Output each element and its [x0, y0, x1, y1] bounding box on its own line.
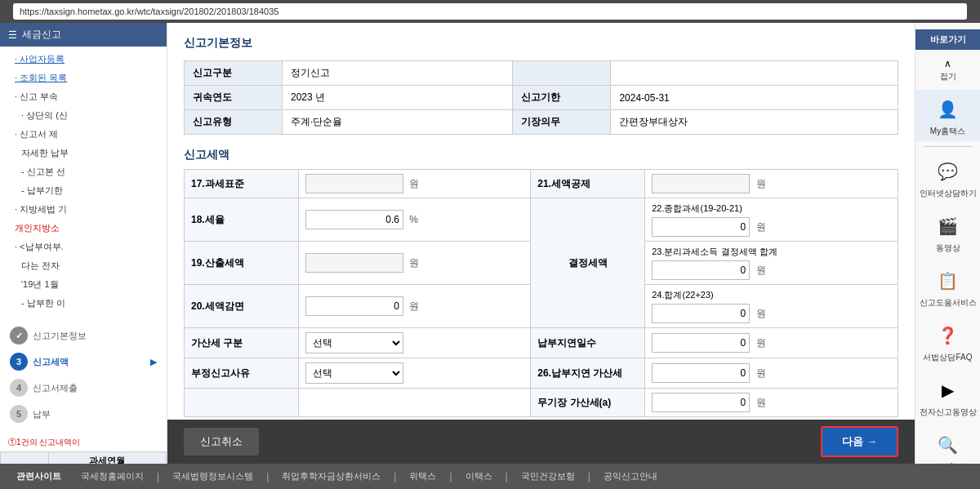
f18-label: 18.세율 — [185, 198, 299, 242]
app-container: https://taxsign.hometax.go.kr/wtc/taxsig… — [0, 0, 980, 489]
table-header-1: 과세연월 — [48, 452, 166, 465]
footer-link-4[interactable]: 위택스 — [409, 470, 436, 482]
f22-cell: 22.종합과세(19-20-21) 원 — [645, 198, 898, 242]
step-5[interactable]: 5 납부 — [7, 401, 160, 427]
step-4[interactable]: 4 신고서제출 — [7, 375, 160, 401]
napbu-unit: 원 — [756, 337, 766, 349]
my-hometax-icon: 👤 — [933, 95, 963, 124]
sidebar-item-my-hometax[interactable]: 👤 My홈택스 — [915, 90, 980, 141]
footer-link-2[interactable]: 국세법령정보시스템 — [172, 470, 253, 482]
divider-1 — [924, 146, 973, 147]
url-bar: https://taxsign.hometax.go.kr/wtc/taxsig… — [13, 3, 967, 20]
footer-link-1[interactable]: 국세청홈페이지 — [81, 470, 144, 482]
sidebar-item-video[interactable]: 🎬 동영상 — [915, 207, 980, 258]
video-icon: 🎬 — [933, 211, 963, 241]
etax-video-icon: ▶ — [933, 376, 963, 405]
sidebar-item-10[interactable]: 개인지방소 — [0, 219, 167, 238]
checkbox-col-header — [1, 452, 49, 465]
sidebar-item-1[interactable]: · 사업자등록 — [0, 50, 167, 69]
f18-input[interactable] — [305, 210, 403, 229]
f24-input[interactable] — [652, 304, 750, 323]
f21-unit: 원 — [756, 178, 766, 189]
result-label: 결정세액 — [531, 198, 645, 328]
divider-f4: | — [449, 471, 452, 482]
footer-link-5[interactable]: 이택스 — [466, 470, 492, 482]
napbu-input-cell: 원 — [645, 328, 898, 358]
f23-label: 23.분리과세소득 결정세액 합계 — [652, 246, 891, 258]
url-text: https://taxsign.hometax.go.kr/wtc/taxsig… — [20, 7, 278, 16]
f22-input[interactable] — [652, 217, 750, 237]
footer-link-6[interactable]: 국민건강보험 — [521, 470, 575, 482]
step-circle-4: 4 — [10, 379, 28, 397]
f26-input-cell: 원 — [645, 358, 898, 389]
tax-row-2: 18.세율 % 결정세액 22.종합과세(19-20-21) 원 — [185, 198, 898, 242]
basic-info-title: 신고기본정보 — [184, 36, 898, 51]
sidebar-item-faq[interactable]: ❓ 서법상담FAQ — [915, 316, 980, 367]
mugijang-input[interactable] — [652, 393, 750, 412]
mugijang-input-cell: 원 — [645, 389, 898, 417]
footer-link-7[interactable]: 공익신고안내 — [604, 470, 657, 482]
f20-unit: 원 — [409, 300, 419, 312]
internet-consult-icon: 💬 — [933, 157, 963, 186]
f21-input-cell: 원 — [645, 170, 898, 198]
mugijang-label-2: 무기장 가산세(a) — [531, 389, 645, 417]
f18-unit: % — [409, 214, 418, 225]
sidebar-item-internet-consult[interactable]: 💬 인터넷상담하기 — [915, 152, 980, 203]
f19-label: 19.산출세액 — [185, 242, 299, 285]
f21-input[interactable] — [652, 174, 750, 193]
f18-input-cell: % — [299, 198, 531, 242]
gasanse-select[interactable]: 선택 — [305, 332, 403, 353]
cancel-button[interactable]: 신고취소 — [184, 428, 259, 456]
divider-f2: | — [266, 471, 269, 482]
faq-label: 서법상담FAQ — [923, 353, 972, 362]
sidebar-item-3: · 신고 부속 — [0, 87, 167, 106]
step-3[interactable]: 3 신고세액 ▶ — [7, 349, 160, 375]
tax-row-1: 17.과세표준 원 21.세액공제 원 — [185, 170, 898, 198]
info-value-1b — [611, 61, 898, 86]
gasanse-select-cell: 선택 — [299, 328, 531, 358]
fold-button[interactable]: ∧ 접기 — [915, 53, 980, 87]
f20-label: 20.세액감면 — [185, 285, 299, 328]
info-label-3b: 기장의무 — [513, 110, 611, 135]
divider-f1: | — [157, 471, 159, 482]
step-1[interactable]: ✓ 신고기본정보 — [7, 322, 160, 349]
sidebar-item-help[interactable]: 📋 신고도움서비스 — [915, 261, 980, 313]
f23-input[interactable] — [652, 260, 750, 280]
right-sidebar-header: 바로가기 — [915, 29, 980, 50]
mugijang-unit: 원 — [756, 397, 766, 408]
info-value-2: 2023 년 — [283, 86, 513, 110]
step-label-3: 신고세액 — [33, 356, 69, 368]
f26-input[interactable] — [652, 363, 750, 383]
divider-f5: | — [506, 471, 508, 482]
mugijang-empty — [299, 389, 531, 417]
info-row-2: 귀속연도 2023 년 신고기한 2024-05-31 — [185, 86, 898, 110]
tax-section-title: 신고세액 — [184, 148, 898, 162]
main-content: 신고기본정보 신고구분 정기신고 귀속연도 2023 년 — [167, 23, 915, 464]
faq-icon: ❓ — [933, 321, 963, 350]
mugijang-label — [185, 389, 299, 417]
info-value-2b: 2024-05-31 — [611, 86, 898, 110]
f19-input[interactable] — [305, 253, 403, 273]
f17-input[interactable] — [305, 174, 403, 193]
sidebar-item-13: '19년 1월 — [0, 275, 167, 294]
f20-input[interactable] — [305, 296, 403, 316]
info-value-3: 주계·단순율 — [283, 110, 513, 135]
step-circle-1: ✓ — [10, 327, 28, 345]
main-layout: ☰ 세금신고 · 사업자등록 · 조회된 목록 · 신고 부속 · 상단의 (신… — [0, 23, 980, 464]
next-button[interactable]: 다음 → — [821, 426, 898, 457]
napbu-input[interactable] — [652, 333, 750, 353]
sidebar-item-find-form[interactable]: 🔍 서식찾기 — [915, 425, 980, 464]
sidebar-item-14: - 납부한 이 — [0, 294, 167, 313]
sidebar-item-5: · 신고서 제 — [0, 125, 167, 144]
footer-link-3[interactable]: 취업후학자금상환서비스 — [282, 470, 381, 482]
step-circle-5: 5 — [10, 405, 28, 423]
sidebar-item-4: · 상단의 (신 — [0, 106, 167, 125]
sidebar-item-etax-video[interactable]: ▶ 전자신고동영상 — [915, 371, 980, 422]
info-label-2: 귀속연도 — [185, 86, 283, 110]
f24-label: 24.합계(22+23) — [652, 289, 891, 301]
sidebar-item-2[interactable]: · 조회된 목록 — [0, 69, 167, 87]
bujung-label: 부정신고사유 — [185, 358, 299, 389]
notice-text: ①1건의 신고내역이 — [8, 438, 80, 447]
sidebar-menu: · 사업자등록 · 조회된 목록 · 신고 부속 · 상단의 (신 · 신고서 … — [0, 47, 167, 316]
bujung-select[interactable]: 선택 — [305, 362, 403, 384]
